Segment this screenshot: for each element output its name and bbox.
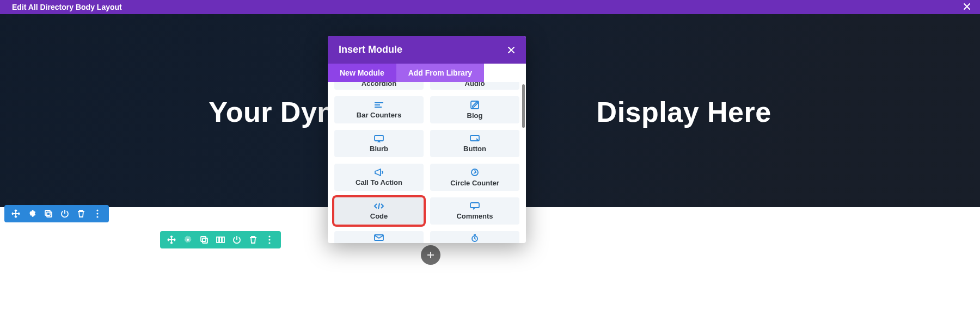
close-icon[interactable] — [963, 2, 971, 11]
svg-point-2 — [96, 209, 98, 211]
top-bar: Edit All Directory Body Layout — [0, 0, 980, 14]
columns-icon[interactable] — [216, 235, 225, 245]
svg-point-13 — [268, 242, 270, 244]
trash-icon[interactable] — [76, 209, 86, 219]
module-blog[interactable]: Blog — [430, 96, 519, 123]
module-comments[interactable]: Comments — [430, 197, 519, 225]
more-icon[interactable] — [93, 209, 102, 219]
modal-body: Accordion Audio Bar Counters Blog Blurb … — [328, 82, 526, 243]
close-icon[interactable] — [507, 46, 515, 54]
megaphone-icon — [374, 169, 384, 176]
module-code[interactable]: Code — [334, 197, 424, 225]
code-icon — [373, 202, 384, 210]
svg-rect-6 — [201, 237, 206, 241]
move-icon[interactable] — [167, 235, 176, 245]
svg-point-3 — [96, 213, 98, 214]
timer-icon — [470, 234, 479, 242]
scrollbar[interactable] — [522, 84, 525, 241]
power-icon[interactable] — [60, 209, 70, 219]
more-icon[interactable] — [265, 235, 274, 245]
circle-counter-icon — [470, 168, 479, 177]
tab-add-from-library[interactable]: Add From Library — [396, 64, 484, 82]
svg-rect-1 — [47, 212, 52, 217]
insert-module-modal: Insert Module New Module Add From Librar… — [328, 36, 526, 243]
tab-new-module[interactable]: New Module — [328, 64, 396, 82]
duplicate-icon[interactable] — [44, 209, 53, 219]
svg-rect-7 — [203, 238, 207, 243]
move-icon[interactable] — [11, 209, 21, 219]
button-icon — [470, 135, 480, 142]
module-audio[interactable]: Audio — [430, 82, 519, 90]
module-bar-counters[interactable]: Bar Counters — [334, 96, 424, 123]
gear-icon[interactable] — [27, 209, 37, 219]
svg-rect-9 — [219, 237, 222, 242]
row-toolbar — [160, 231, 281, 248]
bar-counters-icon — [373, 101, 384, 109]
svg-rect-10 — [222, 237, 224, 242]
svg-rect-8 — [217, 237, 219, 242]
duplicate-icon[interactable] — [199, 235, 209, 245]
module-partial-right[interactable] — [430, 231, 519, 243]
blurb-icon — [374, 135, 384, 142]
modal-header: Insert Module — [328, 36, 526, 64]
envelope-icon — [374, 234, 384, 241]
gear-icon[interactable] — [183, 235, 193, 245]
svg-rect-18 — [470, 203, 479, 208]
module-button[interactable]: Button — [430, 130, 519, 157]
svg-point-12 — [268, 239, 270, 240]
add-module-button[interactable] — [421, 245, 440, 265]
svg-point-4 — [96, 216, 98, 217]
scrollbar-thumb[interactable] — [522, 84, 525, 128]
module-call-to-action[interactable]: Call To Action — [334, 164, 424, 191]
modal-title: Insert Module — [339, 44, 402, 55]
section-toolbar — [4, 205, 109, 222]
svg-rect-0 — [45, 210, 50, 215]
top-bar-title: Edit All Directory Body Layout — [12, 3, 122, 11]
blog-icon — [470, 101, 479, 109]
trash-icon[interactable] — [248, 235, 258, 245]
comments-icon — [470, 202, 480, 210]
module-circle-counter[interactable]: Circle Counter — [430, 164, 519, 191]
module-blurb[interactable]: Blurb — [334, 130, 424, 157]
svg-point-11 — [268, 235, 270, 237]
modal-tabs: New Module Add From Library — [328, 64, 526, 82]
power-icon[interactable] — [232, 235, 242, 245]
module-accordion[interactable]: Accordion — [334, 82, 424, 90]
module-partial-left[interactable] — [334, 231, 424, 243]
